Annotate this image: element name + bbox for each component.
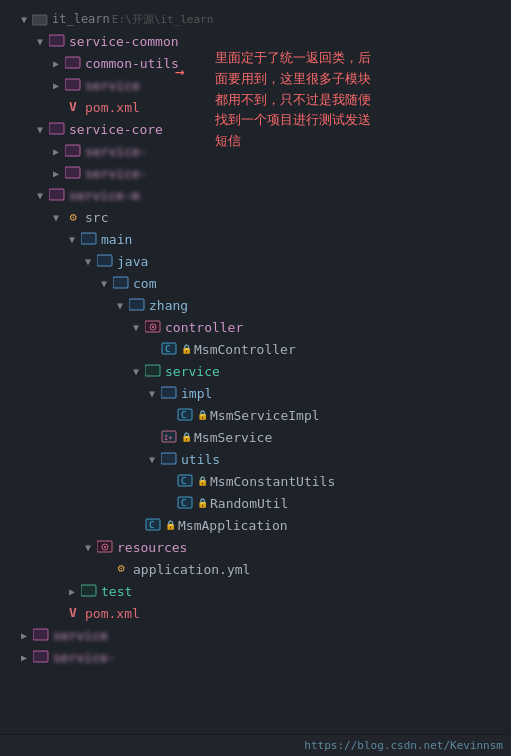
tree-item-MsmApplication[interactable]: C 🔒 MsmApplication	[0, 514, 511, 536]
tree-item-service-bottom1[interactable]: service	[0, 624, 511, 646]
label-service-bottom1: service	[53, 628, 108, 643]
label-service-bottom2: service-	[53, 650, 116, 665]
arrow-service-pkg	[128, 366, 144, 377]
arrow-common-utils	[48, 58, 64, 69]
tree-item-zhang[interactable]: zhang	[0, 294, 511, 316]
svg-text:C: C	[181, 498, 186, 508]
folder-icon-test	[80, 583, 98, 599]
arrow-java	[80, 256, 96, 267]
tree-item-service-pkg[interactable]: service	[0, 360, 511, 382]
yml-icon: ⚙	[112, 561, 130, 577]
tree-item-main[interactable]: main	[0, 228, 511, 250]
tree-root[interactable]: it_learn E:\开源\it_learn	[0, 8, 511, 30]
class-icon-MsmController: C	[160, 341, 178, 357]
tree-item-com[interactable]: com	[0, 272, 511, 294]
tree-item-service-common[interactable]: service-common	[0, 30, 511, 52]
tree-item-MsmService[interactable]: I+ 🔒 MsmService	[0, 426, 511, 448]
label-pom1: pom.xml	[85, 100, 140, 115]
svg-rect-33	[161, 387, 176, 398]
folder-icon-service-pkg	[144, 363, 162, 379]
tree-item-pom-msm[interactable]: pom.xml	[0, 602, 511, 624]
svg-rect-39	[161, 453, 176, 464]
folder-icon-blur1	[64, 143, 82, 159]
svg-rect-51	[81, 585, 96, 596]
tree-item-service-msm[interactable]: service-m	[0, 184, 511, 206]
class-icon-MsmConstantUtils: C	[176, 473, 194, 489]
tree-item-controller[interactable]: controller	[0, 316, 511, 338]
folder-icon-blur2	[64, 165, 82, 181]
tree-item-MsmController[interactable]: C 🔒 MsmController	[0, 338, 511, 360]
svg-rect-13	[65, 167, 80, 178]
folder-icon-service-common	[48, 33, 66, 49]
file-tree-container: → 里面定于了统一返回类，后 面要用到，这里很多子模块 都用不到，只不过是我随便…	[0, 0, 511, 756]
root-path: E:\开源\it_learn	[112, 12, 213, 27]
tree-item-test[interactable]: test	[0, 580, 511, 602]
label-zhang: zhang	[149, 298, 188, 313]
svg-rect-15	[49, 189, 64, 200]
tree-item-application-yml[interactable]: ⚙ application.yml	[0, 558, 511, 580]
tree-item-src[interactable]: src	[0, 206, 511, 228]
arrow-zhang	[112, 300, 128, 311]
arrow-src	[48, 212, 64, 223]
interface-icon-MsmService: I+	[160, 429, 178, 445]
arrow-utils	[144, 454, 160, 465]
svg-rect-5	[65, 57, 80, 68]
label-test: test	[101, 584, 132, 599]
label-resources: resources	[117, 540, 187, 555]
arrow-com	[96, 278, 112, 289]
folder-icon-common-utils	[64, 55, 82, 71]
tree-item-common-utils[interactable]: common-utils	[0, 52, 511, 74]
tree-item-utils[interactable]: utils	[0, 448, 511, 470]
tree-item-service-bottom2[interactable]: service-	[0, 646, 511, 668]
tree-item-service-blur1[interactable]: service-	[0, 140, 511, 162]
tree-item-MsmServiceImpl[interactable]: C 🔒 MsmServiceImpl	[0, 404, 511, 426]
arrow-service-blur2	[48, 168, 64, 179]
svg-rect-3	[49, 35, 64, 46]
folder-icon-service-bottom1	[32, 627, 50, 643]
label-RandomUtil: RandomUtil	[210, 496, 288, 511]
svg-text:C: C	[149, 520, 154, 530]
tree-item-pom1[interactable]: pom.xml	[0, 96, 511, 118]
tree-item-java[interactable]: java	[0, 250, 511, 272]
arrow-resources	[80, 542, 96, 553]
folder-icon-java	[96, 253, 114, 269]
arrow-root	[16, 14, 32, 25]
arrow-service-sub1	[48, 80, 64, 91]
folder-icon-main	[80, 231, 98, 247]
tree-scroll-area[interactable]: it_learn E:\开源\it_learn service-common c…	[0, 8, 511, 726]
tree-item-impl[interactable]: impl	[0, 382, 511, 404]
label-service-msm: service-m	[69, 188, 139, 203]
svg-rect-17	[81, 233, 96, 244]
label-MsmServiceImpl: MsmServiceImpl	[210, 408, 320, 423]
svg-rect-31	[145, 365, 160, 376]
svg-rect-23	[129, 299, 144, 310]
folder-icon-impl	[160, 385, 178, 401]
folder-icon-utils	[160, 451, 178, 467]
arrow-test	[64, 586, 80, 597]
svg-text:C: C	[181, 476, 186, 486]
folder-icon-service-core	[48, 121, 66, 137]
arrow-service-msm	[32, 190, 48, 201]
svg-rect-11	[65, 145, 80, 156]
bottom-url: https://blog.csdn.net/Kevinnsm	[304, 739, 503, 752]
label-pom-msm: pom.xml	[85, 606, 140, 621]
arrow-service-core	[32, 124, 48, 135]
label-MsmConstantUtils: MsmConstantUtils	[210, 474, 335, 489]
tree-item-resources[interactable]: resources	[0, 536, 511, 558]
folder-icon-zhang	[128, 297, 146, 313]
label-MsmApplication: MsmApplication	[178, 518, 288, 533]
svg-rect-9	[49, 123, 64, 134]
folder-icon-service-msm	[48, 187, 66, 203]
label-main: main	[101, 232, 132, 247]
pom-icon-msm	[64, 605, 82, 621]
tree-item-RandomUtil[interactable]: C 🔒 RandomUtil	[0, 492, 511, 514]
arrow-service-common	[32, 36, 48, 47]
tree-item-service-sub1[interactable]: service	[0, 74, 511, 96]
arrow-service-bottom1	[16, 630, 32, 641]
tree-item-service-blur2[interactable]: service-	[0, 162, 511, 184]
tree-item-service-core[interactable]: service-core	[0, 118, 511, 140]
tree-item-MsmConstantUtils[interactable]: C 🔒 MsmConstantUtils	[0, 470, 511, 492]
folder-icon-controller	[144, 319, 162, 335]
label-src: src	[85, 210, 108, 225]
pom-icon-1	[64, 99, 82, 115]
